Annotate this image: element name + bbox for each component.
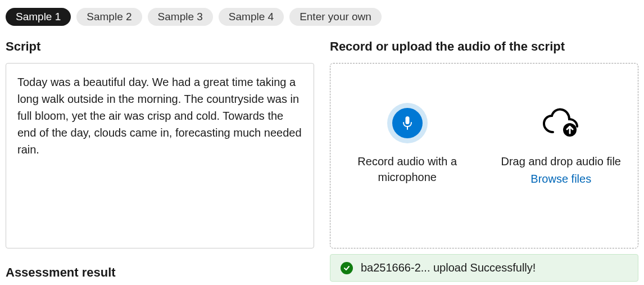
upload-status: ba251666-2... upload Successfully! [330,254,638,282]
tab-sample-1[interactable]: Sample 1 [6,8,71,26]
success-icon [341,262,353,274]
cloud-upload-icon [542,107,580,139]
upload-file-panel: Drag and drop audio file Browse files [484,69,638,242]
browse-files-link[interactable]: Browse files [530,173,591,186]
record-column: Record or upload the audio of the script… [330,39,638,282]
assessment-heading: Assessment result [6,265,314,280]
sample-tabs: Sample 1 Sample 2 Sample 3 Sample 4 Ente… [6,8,638,26]
tab-enter-your-own[interactable]: Enter your own [289,8,382,26]
upload-area[interactable]: Record audio with a microphone Drag and … [330,63,638,248]
svg-rect-0 [405,116,409,124]
drop-file-label: Drag and drop audio file [501,153,621,169]
record-mic-label: Record audio with a microphone [344,153,471,185]
tab-sample-3[interactable]: Sample 3 [148,8,213,26]
script-textarea[interactable]: Today was a beautiful day. We had a grea… [6,63,314,248]
microphone-icon [401,116,414,130]
script-heading: Script [6,39,314,54]
record-mic-panel: Record audio with a microphone [330,69,484,242]
record-button[interactable] [387,103,428,143]
tab-sample-4[interactable]: Sample 4 [219,8,284,26]
tab-sample-2[interactable]: Sample 2 [76,8,142,26]
record-heading: Record or upload the audio of the script [330,39,638,54]
script-column: Script Today was a beautiful day. We had… [6,39,314,282]
upload-status-text: ba251666-2... upload Successfully! [361,261,536,274]
